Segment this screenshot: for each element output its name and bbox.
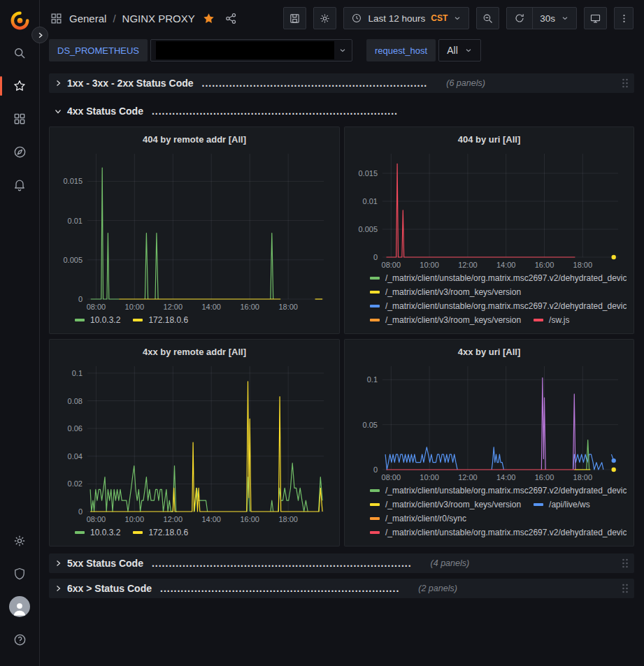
legend-label: /_matrix/client/unstable/org.matrix.msc2…	[385, 486, 627, 495]
time-range-button[interactable]: Last 12 hours CST	[344, 8, 468, 29]
share-icon[interactable]	[222, 10, 240, 27]
user-avatar[interactable]	[5, 592, 34, 621]
grafana-logo-icon[interactable]	[5, 6, 34, 35]
panel-4xx-by-uri: 4xx by uri [All] 00.050.108:0010:0012:00…	[344, 339, 634, 546]
refresh-interval-button[interactable]: 30s	[532, 8, 576, 29]
row-title: 4xx Status Code	[67, 106, 143, 117]
legend-item[interactable]: /_matrix/client/v3/room_keys/version	[370, 287, 521, 297]
legend-item[interactable]: /_matrix/client/unstable/org.matrix.msc2…	[370, 486, 627, 495]
refresh-button[interactable]	[507, 8, 532, 29]
row-header-4xx[interactable]: 4xx Status Code ........................…	[49, 101, 634, 121]
time-picker: Last 12 hours CST	[343, 7, 469, 29]
svg-text:0.02: 0.02	[68, 479, 83, 488]
row-header-1xx[interactable]: 1xx - 3xx - 2xx Status Code ............…	[49, 73, 634, 93]
legend-label: 10.0.3.2	[90, 528, 120, 537]
row-drag-handle[interactable]	[621, 583, 629, 594]
chevron-down-icon	[453, 14, 461, 22]
panel-title[interactable]: 404 by uri [All]	[352, 130, 627, 148]
legend-item[interactable]: /_matrix/client/v3/room_keys/version	[370, 315, 521, 325]
row-panel-count: (2 panels)	[418, 584, 457, 593]
svg-text:14:00: 14:00	[201, 515, 221, 523]
svg-text:08:00: 08:00	[87, 515, 106, 523]
chart-4xx-by-remote-addr[interactable]: 00.020.040.060.080.108:0010:0012:0014:00…	[57, 361, 332, 526]
legend-label: /_matrix/client/unstable/org.matrix.msc2…	[385, 301, 627, 311]
main-area: General / NGINX PROXY	[40, 0, 644, 666]
breadcrumb-section[interactable]: General	[69, 13, 106, 24]
svg-text:12:00: 12:00	[164, 515, 183, 523]
svg-text:0.015: 0.015	[358, 169, 378, 178]
svg-text:14:00: 14:00	[201, 303, 221, 311]
panel-404-by-remote-addr: 404 by remote addr [All] 00.0050.010.015…	[49, 126, 340, 334]
sidebar-item-dashboards[interactable]	[5, 104, 34, 133]
datasource-select[interactable]	[150, 39, 352, 61]
svg-text:18:00: 18:00	[278, 303, 298, 311]
search-icon[interactable]	[5, 38, 34, 68]
svg-text:16:00: 16:00	[535, 261, 554, 269]
dashboard-settings-button[interactable]	[313, 7, 336, 29]
svg-text:18:00: 18:00	[278, 515, 298, 523]
star-dashboard-icon[interactable]	[200, 10, 217, 27]
breadcrumb: General / NGINX PROXY	[50, 12, 195, 25]
panel-title[interactable]: 404 by remote addr [All]	[57, 130, 332, 148]
legend-label: /_matrix/client/v3/room_keys/version	[385, 500, 521, 509]
sidebar-item-server-admin[interactable]	[5, 559, 34, 588]
tv-mode-button[interactable]	[584, 7, 607, 29]
legend-item[interactable]: 10.0.3.2	[75, 315, 120, 325]
legend-item[interactable]: 172.18.0.6	[133, 528, 188, 537]
legend-label: /_matrix/client/r0/sync	[385, 514, 466, 523]
sidebar-item-configuration[interactable]	[5, 526, 34, 556]
chart-404-by-remote-addr[interactable]: 00.0050.010.01508:0010:0012:0014:0016:00…	[57, 148, 332, 313]
svg-text:0.08: 0.08	[68, 397, 83, 405]
svg-text:14:00: 14:00	[496, 473, 516, 482]
panel-title[interactable]: 4xx by remote addr [All]	[57, 342, 332, 361]
panel-legend: /_matrix/client/unstable/org.matrix.msc2…	[352, 484, 627, 543]
svg-text:0.005: 0.005	[358, 225, 378, 233]
row-drag-handle[interactable]	[621, 78, 629, 89]
legend-item[interactable]: /_matrix/client/unstable/org.matrix.msc2…	[370, 273, 627, 283]
svg-text:16:00: 16:00	[535, 473, 554, 482]
legend-label: /_matrix/client/unstable/org.matrix.msc2…	[385, 273, 627, 283]
svg-text:0: 0	[373, 465, 378, 474]
save-dashboard-button[interactable]	[283, 7, 306, 29]
svg-text:14:00: 14:00	[496, 261, 516, 269]
svg-text:0.1: 0.1	[72, 369, 83, 377]
sidebar-item-explore[interactable]	[5, 137, 34, 166]
svg-text:08:00: 08:00	[382, 261, 401, 269]
sidebar-item-starred[interactable]	[5, 71, 34, 101]
variable-label-request-host[interactable]: request_host	[366, 39, 436, 61]
svg-text:12:00: 12:00	[164, 303, 183, 311]
sidebar-item-alerting[interactable]	[5, 170, 34, 199]
row-header-6xx[interactable]: 6xx > Status Code ......................…	[49, 579, 634, 598]
chevron-right-icon	[54, 79, 62, 87]
kebab-menu-icon[interactable]	[614, 7, 634, 29]
chart-4xx-by-uri[interactable]: 00.050.108:0010:0012:0014:0016:0018:00	[352, 361, 627, 484]
svg-text:0.04: 0.04	[68, 452, 83, 461]
chart-404-by-uri[interactable]: 00.0050.010.01508:0010:0012:0014:0016:00…	[352, 148, 627, 271]
legend-item[interactable]: /api/live/ws	[534, 500, 590, 509]
legend-item[interactable]: /sw.js	[534, 315, 569, 325]
panel-title[interactable]: 4xx by uri [All]	[352, 342, 627, 361]
svg-text:18:00: 18:00	[573, 473, 593, 482]
dashboard-canvas: 1xx - 3xx - 2xx Status Code ............…	[40, 67, 644, 666]
breadcrumb-title[interactable]: NGINX PROXY	[122, 13, 195, 24]
help-icon[interactable]	[5, 625, 34, 654]
legend-item[interactable]: /_matrix/client/v3/room_keys/version	[370, 500, 521, 509]
legend-item[interactable]: 172.18.0.6	[133, 315, 188, 325]
row-drag-handle[interactable]	[621, 558, 629, 569]
zoom-out-time-button[interactable]	[476, 7, 499, 29]
svg-text:0: 0	[78, 507, 83, 516]
variable-label-ds-prometheus[interactable]: DS_PROMETHEUS	[49, 39, 148, 61]
row-title: 1xx - 3xx - 2xx Status Code	[67, 78, 194, 89]
svg-text:0.1: 0.1	[367, 375, 378, 384]
legend-item[interactable]: /_matrix/client/unstable/org.matrix.msc2…	[370, 528, 627, 537]
row-header-5xx[interactable]: 5xx Status Code ........................…	[49, 553, 634, 573]
sidebar-collapse-button[interactable]	[31, 27, 48, 43]
legend-item[interactable]: /_matrix/client/r0/sync	[370, 514, 466, 523]
chevron-down-icon	[338, 46, 347, 55]
svg-text:0.05: 0.05	[363, 421, 378, 429]
svg-text:16:00: 16:00	[240, 515, 259, 523]
request-host-select[interactable]: All	[438, 39, 481, 61]
legend-item[interactable]: 10.0.3.2	[75, 528, 120, 537]
legend-item[interactable]: /_matrix/client/unstable/org.matrix.msc2…	[370, 301, 627, 311]
legend-label: 172.18.0.6	[148, 315, 188, 325]
